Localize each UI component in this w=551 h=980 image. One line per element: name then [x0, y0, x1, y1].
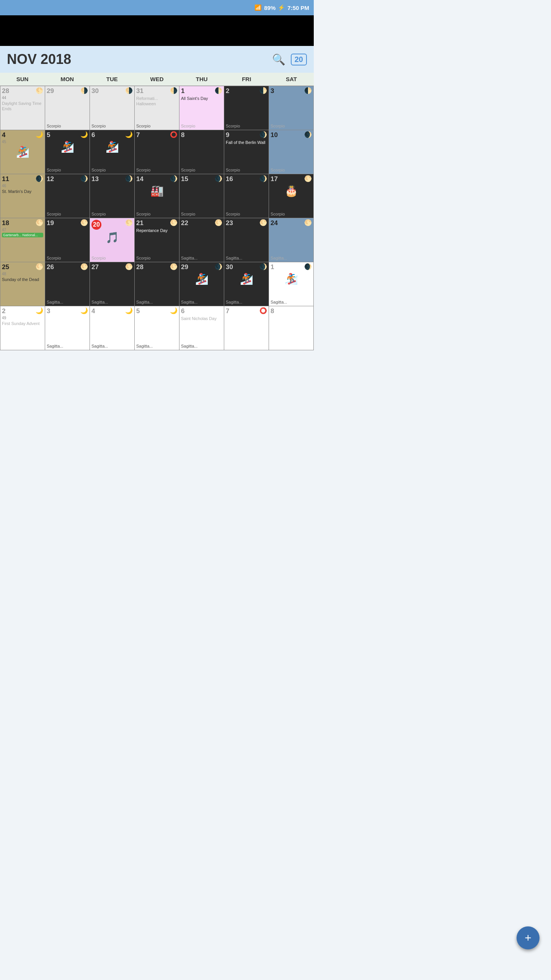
zodiac-label: Sagitta...: [136, 300, 178, 304]
calendar-cell-15-w2[interactable]: 15🌒Scorpio: [179, 174, 224, 218]
calendar-cell-3-w5[interactable]: 3🌙Sagitta...: [45, 306, 90, 350]
calendar-cell-19-w3[interactable]: 19🌕Scorpio: [45, 218, 90, 262]
time-display: 7:50 PM: [287, 5, 309, 11]
search-icon[interactable]: 🔍: [272, 53, 285, 66]
date-number: 7: [136, 132, 140, 139]
moon-phase-icon: 🌒: [36, 176, 43, 182]
calendar-cell-10-w1[interactable]: 10🌒Scorpio: [269, 130, 314, 174]
cell-event-text: 🏂: [61, 140, 74, 153]
calendar-cell-17-w2[interactable]: 17🌕🎂Scorpio: [269, 174, 314, 218]
calendar-cell-12-w2[interactable]: 12🌒Scorpio: [45, 174, 90, 218]
calendar-cell-1-w4[interactable]: 1🌒🏂Sagitta...: [269, 262, 314, 306]
date-number: 24: [271, 220, 278, 227]
moon-phase-icon: 🌒: [304, 264, 312, 270]
day-headers-row: SUNMONTUEWEDTHUFRISAT: [0, 73, 314, 86]
zodiac-label: Sagitta...: [271, 300, 312, 304]
moon-phase-icon: 🌒: [215, 264, 222, 270]
zodiac-label: Scorpio: [226, 168, 267, 172]
moon-phase-icon: 🌒: [80, 176, 88, 182]
date-number: 27: [91, 264, 99, 271]
date-number: 31: [136, 88, 143, 95]
calendar-cell-2-w5[interactable]: 2🌙49First Sunday Advent: [0, 306, 45, 350]
cell-event-text: All Saint's Day: [181, 96, 222, 124]
date-number: 3: [271, 88, 274, 95]
zodiac-label: Scorpio: [47, 256, 88, 260]
calendar-cell-28-w0[interactable]: 28🌕44Daylight Saving Time Ends: [0, 86, 45, 130]
date-number: 11: [2, 176, 9, 183]
calendar-cell-2-w0[interactable]: 2🌓Scorpio: [224, 86, 269, 130]
moon-phase-icon: 🌙: [125, 132, 133, 138]
cell-event-text: 🏂: [16, 145, 29, 158]
calendar-cell-5-w5[interactable]: 5🌙Sagitta...: [135, 306, 179, 350]
moon-phase-icon: 🌕: [170, 220, 178, 226]
calendar-cell-24-w3[interactable]: 24🌕Sagitta...: [269, 218, 314, 262]
zodiac-label: Sagitta...: [91, 300, 133, 304]
date-number: 15: [181, 176, 188, 183]
date-number: 14: [136, 176, 143, 183]
calendar-cell-8-w5[interactable]: 8: [269, 306, 314, 350]
moon-phase-icon: 🌕: [36, 264, 43, 270]
calendar-cell-6-w5[interactable]: 6Saint Nicholas DaySagitta...: [179, 306, 224, 350]
calendar-cell-28-w4[interactable]: 28🌕Sagitta...: [135, 262, 179, 306]
calendar-cell-4-w1[interactable]: 4🌙45🏂: [0, 130, 45, 174]
calendar-cell-31-w0[interactable]: 31🌗Reformati... HalloweenScorpio: [135, 86, 179, 130]
moon-phase-icon: 🌕: [36, 220, 43, 226]
calendar-cell-21-w3[interactable]: 21🌕Repentance DayScorpio: [135, 218, 179, 262]
calendar-cell-23-w3[interactable]: 23🌕Sagitta...: [224, 218, 269, 262]
zodiac-label: Sagitta...: [271, 256, 312, 260]
calendar-cell-25-w4[interactable]: 25🌕48Sunday of the Dead: [0, 262, 45, 306]
calendar-cell-7-w5[interactable]: 7⭕: [224, 306, 269, 350]
day-header-fri: FRI: [224, 73, 269, 85]
calendar-cell-5-w1[interactable]: 5🌙🏂Scorpio: [45, 130, 90, 174]
date-number: 26: [47, 264, 54, 271]
date-number: 2: [226, 88, 229, 95]
zodiac-label: Scorpio: [91, 168, 133, 172]
today-button[interactable]: 20: [291, 54, 307, 65]
zodiac-label: Scorpio: [136, 168, 178, 172]
calendar-cell-29-w0[interactable]: 29🌗Scorpio: [45, 86, 90, 130]
calendar-cell-4-w5[interactable]: 4🌙Sagitta...: [90, 306, 135, 350]
date-number: 10: [271, 132, 278, 139]
calendar-cell-13-w2[interactable]: 13🌒Scorpio: [90, 174, 135, 218]
calendar-cell-29-w4[interactable]: 29🌒🏂Sagitta...: [179, 262, 224, 306]
zodiac-label: Sagitta...: [47, 300, 88, 304]
zodiac-label: Scorpio: [91, 124, 133, 128]
status-bar: 📶 89% ⚡ 7:50 PM: [0, 0, 314, 15]
moon-phase-icon: 🌕: [304, 176, 312, 182]
moon-phase-icon: 🌒: [259, 132, 267, 138]
moon-phase-icon: 🌕: [80, 220, 88, 226]
calendar-cell-1-w0[interactable]: 1🌓All Saint's DayScorpio: [179, 86, 224, 130]
calendar-cell-3-w0[interactable]: 3🌓Scorpio: [269, 86, 314, 130]
calendar-cell-27-w4[interactable]: 27🌕Sagitta...: [90, 262, 135, 306]
moon-phase-icon: 🌒: [125, 176, 133, 182]
calendar-cell-8-w1[interactable]: 8Scorpio: [179, 130, 224, 174]
battery-icon: ⚡: [278, 4, 285, 11]
calendar-cell-20-w3[interactable]: 20🌕🎵Scorpio: [90, 218, 135, 262]
calendar-cell-26-w4[interactable]: 26🌕Sagitta...: [45, 262, 90, 306]
date-number: 5: [47, 132, 50, 139]
zodiac-label: Scorpio: [271, 212, 312, 216]
date-number: 6: [181, 308, 184, 315]
date-number: 19: [47, 220, 54, 227]
calendar-cell-18-w3[interactable]: 18🌕47Gartenarb... National...: [0, 218, 45, 262]
zodiac-label: Scorpio: [47, 168, 88, 172]
date-number: 1: [271, 264, 274, 271]
date-number: 4: [91, 308, 95, 315]
calendar-cell-16-w2[interactable]: 16🌒Scorpio: [224, 174, 269, 218]
calendar-cell-11-w2[interactable]: 11🌒46St. Martin's Day: [0, 174, 45, 218]
calendar-cell-30-w0[interactable]: 30🌗Scorpio: [90, 86, 135, 130]
calendar-cell-9-w1[interactable]: 9🌒Fall of the Berlin WallScorpio: [224, 130, 269, 174]
calendar-cell-6-w1[interactable]: 6🌙🏂Scorpio: [90, 130, 135, 174]
moon-phase-icon: 🌕: [125, 220, 133, 226]
calendar-cell-30-w4[interactable]: 30🌒🏂Sagitta...: [224, 262, 269, 306]
zodiac-label: Scorpio: [181, 212, 222, 216]
moon-phase-icon: 🌕: [125, 264, 133, 270]
moon-phase-icon: 🌒: [170, 176, 178, 182]
calendar-cell-7-w1[interactable]: 7⭕Scorpio: [135, 130, 179, 174]
zodiac-label: Scorpio: [91, 256, 133, 260]
calendar-cell-14-w2[interactable]: 14🌒🏭Scorpio: [135, 174, 179, 218]
date-number: 7: [226, 308, 229, 315]
cell-event-text: 🎵: [106, 231, 119, 244]
calendar-cell-22-w3[interactable]: 22🌕Sagitta...: [179, 218, 224, 262]
week-number: 49: [2, 316, 43, 320]
